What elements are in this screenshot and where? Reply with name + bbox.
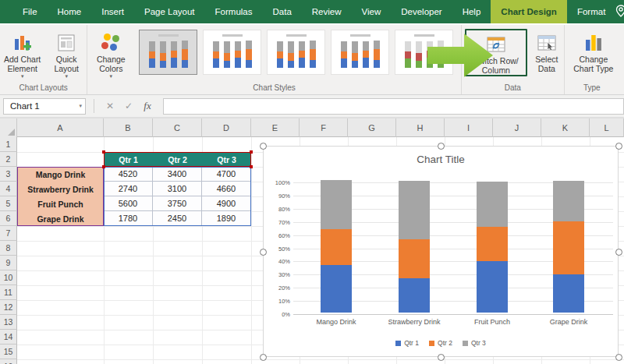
legend-item-qtr-3[interactable]: Qtr 3 (463, 339, 486, 347)
bar-mango-drink[interactable] (321, 180, 352, 313)
tell-me[interactable]: T (615, 0, 624, 23)
bar-segment-qtr-1[interactable] (553, 274, 584, 313)
bar-grape-drink[interactable] (553, 181, 584, 313)
chart-selection-handle[interactable] (615, 354, 622, 361)
row-header-14[interactable]: 14 (0, 330, 17, 345)
bar-segment-qtr-3[interactable] (553, 181, 584, 221)
column-header-A[interactable]: A (17, 118, 104, 137)
row-header-5[interactable]: 5 (0, 196, 17, 211)
cell-quarter-header[interactable]: Qtr 2 (153, 152, 202, 167)
column-header-J[interactable]: J (493, 118, 541, 137)
menu-tab-format[interactable]: Format (567, 0, 615, 23)
row-header-4[interactable]: 4 (0, 182, 17, 196)
cell-value[interactable]: 4700 (202, 167, 251, 182)
cell-row-label[interactable]: Fruit Punch (17, 196, 104, 211)
chart-selection-handle[interactable] (438, 354, 445, 361)
chart-legend[interactable]: Qtr 1Qtr 2Qtr 3 (264, 339, 618, 347)
bar-segment-qtr-3[interactable] (477, 182, 508, 227)
cell-value[interactable]: 1780 (104, 211, 153, 226)
cell-value[interactable]: 4660 (202, 182, 251, 196)
row-header-3[interactable]: 3 (0, 167, 17, 182)
menu-tab-page-layout[interactable]: Page Layout (134, 0, 205, 23)
cell-quarter-header[interactable]: Qtr 1 (104, 152, 153, 167)
chart-selection-handle[interactable] (260, 249, 267, 256)
chart-object[interactable]: Chart Title Qtr 1Qtr 2Qtr 3 0%10%20%30%4… (263, 146, 619, 357)
chart-selection-handle[interactable] (438, 143, 445, 150)
bar-fruit-punch[interactable] (477, 182, 508, 313)
quick-layout-button[interactable]: Quick Layout ▾ (47, 29, 86, 79)
row-header-16[interactable]: 16 (0, 359, 17, 364)
row-header-11[interactable]: 11 (0, 285, 17, 300)
bar-segment-qtr-2[interactable] (399, 239, 430, 278)
cell-value[interactable]: 2740 (104, 182, 153, 196)
chart-selection-handle[interactable] (615, 249, 622, 256)
menu-tab-developer[interactable]: Developer (391, 0, 452, 23)
row-header-10[interactable]: 10 (0, 270, 17, 285)
column-header-K[interactable]: K (541, 118, 590, 137)
chart-style-thumbnail-2[interactable] (203, 30, 261, 75)
cell-value[interactable]: 3400 (153, 167, 202, 182)
row-header-15[interactable]: 15 (0, 345, 17, 359)
column-header-F[interactable]: F (300, 118, 348, 137)
cell-value[interactable]: 2450 (153, 211, 202, 226)
column-header-E[interactable]: E (251, 118, 300, 137)
row-header-12[interactable]: 12 (0, 300, 17, 315)
cell-value[interactable]: 3100 (153, 182, 202, 196)
chart-style-thumbnail-1[interactable] (139, 30, 197, 75)
menu-tab-chart-design[interactable]: Chart Design (491, 0, 567, 23)
bar-segment-qtr-2[interactable] (477, 227, 508, 261)
cell-value[interactable]: 3750 (153, 196, 202, 211)
column-header-G[interactable]: G (348, 118, 396, 137)
chart-selection-handle[interactable] (615, 143, 622, 150)
cell-value[interactable]: 1890 (202, 211, 251, 226)
cell-value[interactable]: 4900 (202, 196, 251, 211)
column-header-I[interactable]: I (445, 118, 493, 137)
row-header-8[interactable]: 8 (0, 241, 17, 256)
change-chart-type-button[interactable]: Change Chart Type (569, 29, 618, 73)
bar-segment-qtr-3[interactable] (321, 180, 352, 229)
menu-tab-data[interactable]: Data (263, 0, 302, 23)
cancel-icon[interactable]: ✕ (101, 101, 119, 111)
formula-input[interactable] (163, 98, 624, 115)
bar-segment-qtr-1[interactable] (399, 278, 430, 313)
column-header-L[interactable]: L (590, 118, 624, 137)
column-header-H[interactable]: H (396, 118, 445, 137)
chart-style-thumbnail-3[interactable] (267, 30, 325, 75)
chart-title[interactable]: Chart Title (264, 154, 618, 165)
select-data-button[interactable]: Select Data (530, 29, 564, 76)
bar-strawberry-drink[interactable] (399, 181, 430, 313)
row-header-1[interactable]: 1 (0, 137, 17, 152)
row-header-7[interactable]: 7 (0, 226, 17, 241)
legend-item-qtr-1[interactable]: Qtr 1 (395, 339, 419, 347)
cell-row-label[interactable]: Strawberry Drink (17, 182, 104, 196)
name-box[interactable]: Chart 1 ▾ (3, 98, 86, 115)
column-header-C[interactable]: C (153, 118, 202, 137)
enter-icon[interactable]: ✓ (119, 101, 138, 111)
chart-selection-handle[interactable] (260, 354, 267, 361)
column-header-B[interactable]: B (104, 118, 153, 137)
row-header-6[interactable]: 6 (0, 211, 17, 226)
column-header-D[interactable]: D (202, 118, 251, 137)
chart-style-thumbnail-4[interactable] (331, 30, 389, 75)
change-colors-button[interactable]: Change Colors ▾ (89, 29, 133, 79)
cell-row-label[interactable]: Mango Drink (17, 167, 104, 182)
chart-selection-handle[interactable] (260, 143, 267, 150)
bar-segment-qtr-3[interactable] (399, 181, 430, 239)
cell-quarter-header[interactable]: Qtr 3 (202, 152, 251, 167)
cell-row-label[interactable]: Grape Drink (17, 211, 104, 226)
menu-tab-home[interactable]: Home (48, 0, 92, 23)
bar-segment-qtr-1[interactable] (477, 261, 508, 313)
insert-function-icon[interactable]: fx (138, 100, 157, 112)
add-chart-element-button[interactable]: Add Chart Element ▾ (1, 29, 44, 79)
cell-value[interactable]: 4520 (104, 167, 153, 182)
menu-tab-formulas[interactable]: Formulas (205, 0, 263, 23)
bar-segment-qtr-1[interactable] (321, 265, 352, 313)
cell-value[interactable]: 5600 (104, 196, 153, 211)
bar-segment-qtr-2[interactable] (321, 229, 352, 265)
menu-tab-view[interactable]: View (352, 0, 392, 23)
menu-tab-help[interactable]: Help (452, 0, 491, 23)
row-header-13[interactable]: 13 (0, 315, 17, 330)
menu-tab-insert[interactable]: Insert (91, 0, 134, 23)
row-header-2[interactable]: 2 (0, 152, 17, 167)
legend-item-qtr-2[interactable]: Qtr 2 (429, 339, 452, 347)
